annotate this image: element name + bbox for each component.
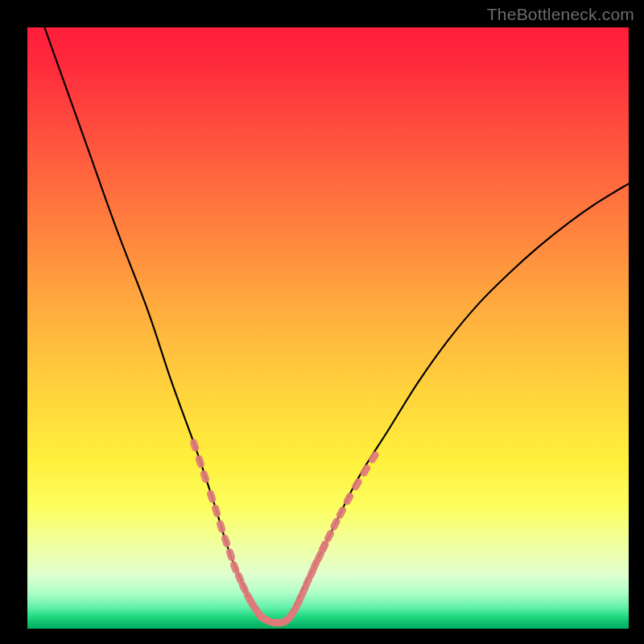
marker-dot: [225, 547, 237, 562]
marker-dot: [335, 506, 347, 520]
marker-dot: [359, 463, 372, 477]
outer-frame: TheBottleneck.com: [0, 0, 644, 644]
marker-dot: [216, 519, 226, 534]
marker-dot: [206, 489, 217, 504]
marker-dot: [211, 504, 221, 518]
marker-dot: [195, 454, 206, 469]
marker-dot: [221, 534, 232, 548]
marker-dot: [189, 438, 200, 452]
chart-overlay: [27, 27, 629, 629]
marker-dot: [329, 517, 341, 531]
plot-area: [27, 27, 629, 629]
marker-dot: [367, 450, 380, 464]
watermark-text: TheBottleneck.com: [487, 5, 634, 24]
marker-dot: [200, 469, 211, 484]
marker-dots: [189, 438, 380, 627]
